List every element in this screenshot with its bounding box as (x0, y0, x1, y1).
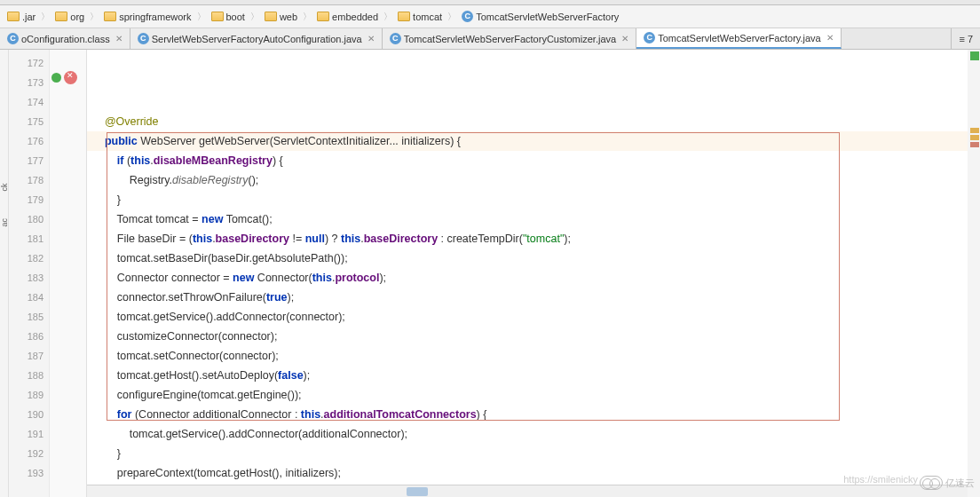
line-number[interactable]: 177 (9, 151, 49, 170)
stripe-mark[interactable] (970, 142, 979, 147)
line-number[interactable]: 182 (9, 248, 49, 268)
line-number[interactable]: 176 (9, 131, 49, 151)
breadcrumb-label: boot (226, 12, 245, 22)
right-tab[interactable]: ≡ 7 (951, 28, 980, 49)
class-icon: C (138, 33, 149, 44)
brand-logo: 亿速云 (920, 476, 975, 490)
breadcrumb-label: embedded (332, 12, 378, 22)
code-line[interactable]: configureEngine(tomcat.getEngine()); (87, 385, 968, 405)
editor-tab[interactable]: CTomcatServletWebServerFactoryCustomizer… (383, 28, 636, 49)
breadcrumb-label: .jar (22, 12, 36, 22)
class-icon: C (644, 32, 655, 43)
line-gutter: 1721731741751761771781791801811821831841… (9, 50, 50, 497)
line-number[interactable]: 178 (9, 170, 49, 190)
breadcrumb-item[interactable]: springframework (100, 12, 194, 22)
breadcrumb-item[interactable]: embedded (313, 12, 382, 22)
breadcrumb-item[interactable]: tomcat (394, 12, 446, 22)
line-number[interactable]: 179 (9, 190, 49, 209)
h-scrollbar[interactable] (87, 485, 968, 497)
code-line[interactable]: tomcat.getHost().setAutoDeploy(false); (87, 366, 968, 385)
close-icon[interactable]: ✕ (826, 33, 834, 43)
strip-label: ac (0, 219, 9, 227)
breadcrumb-label: tomcat (413, 12, 442, 22)
code-line[interactable]: Tomcat tomcat = new Tomcat(); (87, 209, 968, 229)
class-icon: C (462, 11, 473, 22)
code-line[interactable]: if (this.disableMBeanRegistry) { (87, 151, 968, 170)
error-gutter-icon[interactable] (64, 71, 77, 84)
error-stripe[interactable] (968, 50, 980, 497)
breadcrumb-separator: 〉 (447, 11, 456, 23)
code-area[interactable]: @Override public WebServer getWebServer(… (87, 50, 968, 497)
editor: ck ac 1721731741751761771781791801811821… (0, 50, 980, 497)
breadcrumb-item[interactable]: .jar (4, 12, 39, 22)
folder-icon (317, 12, 329, 21)
class-icon: C (7, 33, 19, 44)
line-number[interactable]: 193 (9, 463, 49, 483)
breadcrumb-item[interactable]: web (261, 12, 301, 22)
breadcrumb-label: TomcatServletWebServerFactory (476, 12, 619, 22)
editor-tab[interactable]: CServletWebServerFactoryAutoConfiguratio… (130, 28, 383, 49)
line-number[interactable]: 184 (9, 288, 49, 307)
line-number[interactable]: 174 (9, 92, 49, 112)
tab-label: ServletWebServerFactoryAutoConfiguration… (152, 34, 362, 44)
breadcrumb-separator: 〉 (90, 11, 99, 23)
breadcrumb-label: springframework (119, 12, 191, 22)
code-line[interactable]: } (87, 444, 968, 463)
left-strip: ck ac (0, 50, 9, 497)
code-line[interactable]: tomcat.setBaseDir(baseDir.getAbsolutePat… (87, 248, 968, 268)
code-line[interactable]: for (Connector additionalConnector : thi… (87, 405, 968, 424)
folder-icon (55, 12, 67, 21)
code-line[interactable]: tomcat.getService().addConnector(additio… (87, 424, 968, 444)
line-number[interactable]: 187 (9, 346, 49, 366)
code-line[interactable]: @Override (87, 112, 968, 131)
editor-tab[interactable]: CoConfiguration.class✕ (0, 28, 130, 49)
line-number[interactable]: 185 (9, 307, 49, 327)
line-number[interactable]: 186 (9, 327, 49, 346)
line-number[interactable]: 172 (9, 53, 49, 73)
code-line[interactable]: Connector connector = new Connector(this… (87, 268, 968, 288)
cloud-icon (920, 476, 943, 490)
breadcrumb-bar: .jar〉org〉springframework〉boot〉web〉embedd… (0, 5, 980, 28)
code-line[interactable]: customizeConnector(connector); (87, 327, 968, 346)
code-line[interactable]: Registry.disableRegistry(); (87, 170, 968, 190)
folder-icon (211, 12, 224, 21)
class-icon: C (390, 33, 401, 44)
line-number[interactable]: 181 (9, 229, 49, 248)
code-line[interactable]: File baseDir = (this.baseDirectory != nu… (87, 229, 968, 248)
code-line[interactable]: } (87, 190, 968, 209)
line-number[interactable]: 180 (9, 209, 49, 229)
line-number[interactable]: 191 (9, 424, 49, 444)
close-icon[interactable]: ✕ (621, 34, 628, 43)
breadcrumb-item[interactable]: CTomcatServletWebServerFactory (458, 11, 622, 22)
stripe-mark[interactable] (970, 135, 979, 140)
line-number[interactable]: 175 (9, 112, 49, 131)
breadcrumb-label: web (280, 12, 297, 22)
gutter-marks (50, 50, 87, 497)
breadcrumb-separator: 〉 (383, 11, 392, 23)
breadcrumb-separator: 〉 (303, 11, 312, 23)
scrollbar-thumb[interactable] (407, 487, 428, 496)
breadcrumb-separator: 〉 (197, 11, 206, 23)
line-number[interactable]: 183 (9, 268, 49, 288)
code-line[interactable]: public WebServer getWebServer(ServletCon… (87, 131, 968, 151)
close-icon[interactable]: ✕ (368, 34, 375, 43)
code-line[interactable]: connector.setThrowOnFailure(true); (87, 288, 968, 307)
breadcrumb-separator: 〉 (250, 11, 259, 23)
override-gutter-icon[interactable] (51, 73, 61, 83)
editor-tab[interactable]: CTomcatServletWebServerFactory.java✕ (636, 28, 842, 49)
line-number[interactable]: 173 (9, 73, 49, 92)
stripe-mark[interactable] (970, 128, 979, 133)
line-number[interactable]: 192 (9, 444, 49, 463)
line-number[interactable]: 190 (9, 405, 49, 424)
tab-label: oConfiguration.class (21, 34, 110, 44)
close-icon[interactable]: ✕ (115, 34, 122, 43)
code-line[interactable]: tomcat.setConnector(connector); (87, 346, 968, 366)
line-number[interactable]: 189 (9, 385, 49, 405)
breadcrumb-item[interactable]: org (51, 12, 88, 22)
folder-icon (398, 12, 410, 21)
line-number[interactable]: 188 (9, 366, 49, 385)
breadcrumb-item[interactable]: boot (208, 12, 249, 22)
code-line[interactable]: prepareContext(tomcat.getHost(), initial… (87, 463, 968, 483)
code-line[interactable]: tomcat.getService().addConnector(connect… (87, 307, 968, 327)
breadcrumb-label: org (70, 12, 84, 22)
